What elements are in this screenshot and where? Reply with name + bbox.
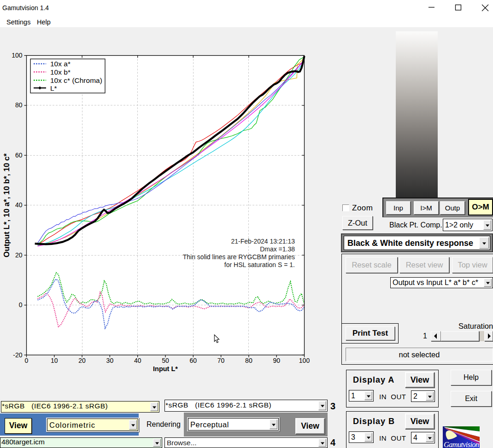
svg-text:L*: L* [50,84,57,92]
svg-text:70: 70 [217,357,225,364]
svg-text:100: 100 [299,357,310,364]
svg-text:for HSL saturation S = 1.: for HSL saturation S = 1. [224,261,295,268]
svg-text:60: 60 [190,357,197,364]
svg-text:21-Feb-2024 13:21:13: 21-Feb-2024 13:21:13 [231,238,295,245]
svg-text:Input L*: Input L* [153,365,178,372]
svg-text:10x b*: 10x b* [50,68,70,76]
svg-text:10x c* (Chroma): 10x c* (Chroma) [50,76,102,84]
svg-text:30: 30 [106,357,114,364]
svg-text:-20: -20 [13,351,22,359]
svg-text:80: 80 [15,101,23,109]
svg-text:Dmax =1.38: Dmax =1.38 [260,245,295,253]
svg-text:100: 100 [12,52,23,59]
svg-text:40: 40 [134,357,141,364]
svg-text:90: 90 [273,357,280,364]
svg-text:40: 40 [15,201,23,209]
svg-text:20: 20 [15,251,23,259]
svg-text:0: 0 [25,357,29,364]
svg-text:Output L*, 10 a*, 10 b*, 10 c*: Output L*, 10 a*, 10 b*, 10 c* [2,153,11,257]
svg-text:60: 60 [15,151,23,159]
svg-text:80: 80 [245,357,252,364]
svg-text:Gamutvision: Gamutvision [444,440,479,448]
svg-text:50: 50 [162,357,169,364]
svg-text:10x a*: 10x a* [50,60,70,68]
svg-text:10: 10 [51,357,58,364]
svg-text:0: 0 [19,301,23,308]
svg-text:Thin solid lines are RYGCBM pr: Thin solid lines are RYGCBM primaries [183,253,295,261]
svg-text:20: 20 [78,357,86,364]
